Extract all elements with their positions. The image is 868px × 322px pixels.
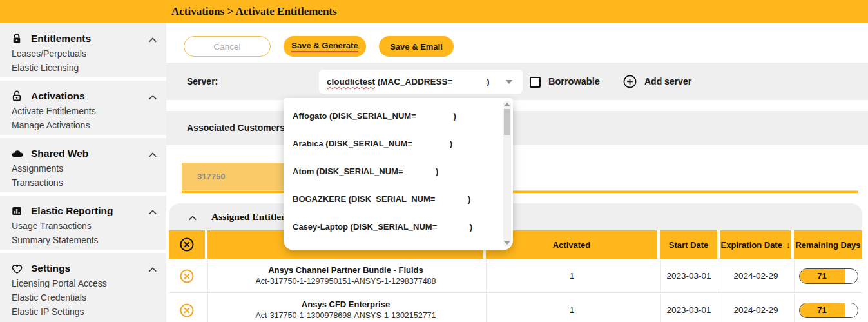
sidebar-section-title: Entitlements	[31, 33, 148, 45]
bar-chart-icon	[10, 205, 23, 217]
start-date-header-cell[interactable]: Start Date	[660, 230, 717, 259]
server-option-bogazkere[interactable]: BOGAZKERE (DISK_SERIAL_NUM= )	[284, 185, 513, 213]
chevron-up-icon	[148, 150, 157, 157]
sidebar-item-transactions[interactable]: Transactions	[10, 176, 157, 190]
sidebar-section-title: Activations	[31, 90, 148, 102]
activation-code: Act-317750-1-1300978698-ANSYS-1-13021527…	[255, 310, 436, 321]
sidebar-section-elastic-reporting: Elastic Reporting Usage Transactions Sum…	[0, 196, 166, 250]
expiration-date-header-cell[interactable]: Expiration Date ↓	[720, 230, 791, 259]
server-label: Server:	[187, 63, 218, 100]
deactivate-row-cell[interactable]	[169, 294, 205, 322]
save-generate-button[interactable]: Save & Generate	[284, 36, 366, 57]
expiration-date-cell: 2024-02-29	[720, 294, 791, 322]
sidebar-section-activations: Activations Activate Entitlements Manage…	[0, 81, 166, 135]
server-option-affogato[interactable]: Affogato (DISK_SERIAL_NUM= )	[284, 102, 513, 130]
licensing-portal-screen: Activations > Activate Entitlements Enti…	[0, 0, 868, 322]
circle-x-icon	[179, 237, 195, 252]
remaining-days-fill: 71	[800, 269, 845, 283]
table-header-row: Activated Start Date Expiration Date ↓ R…	[169, 230, 862, 259]
save-generate-button-label: Save & Generate	[291, 41, 358, 52]
breadcrumb[interactable]: Activations > Activate Entitlements	[171, 0, 337, 23]
entitlement-name: Ansys CFD Enterprise	[302, 299, 390, 310]
borrowable-label: Borrowable	[548, 63, 600, 100]
borrowable-checkbox[interactable]	[530, 77, 541, 88]
scroll-up-icon[interactable]	[504, 103, 510, 106]
remaining-days-fill: 71	[800, 303, 845, 317]
sort-descending-icon: ↓	[786, 240, 791, 250]
scrollbar-thumb[interactable]	[504, 109, 510, 135]
sidebar-header-settings[interactable]: Settings	[10, 261, 157, 276]
chevron-down-icon	[506, 80, 512, 84]
chevron-up-icon	[148, 207, 157, 215]
sidebar-item-assignments[interactable]: Assignments	[10, 161, 157, 176]
sidebar-item-elastic-ip-settings[interactable]: Elastic IP Settings	[10, 305, 157, 319]
sidebar-section-title: Elastic Reporting	[31, 205, 148, 217]
lock-closed-icon	[10, 32, 23, 45]
remaining-days-cell: 71	[794, 294, 862, 322]
activated-cell: 1	[486, 294, 657, 322]
remaining-days-cell: 71	[794, 259, 862, 292]
sidebar-header-activations[interactable]: Activations	[10, 88, 157, 104]
sidebar-item-summary-statements[interactable]: Summary Statements	[10, 233, 157, 247]
heart-icon	[10, 262, 23, 275]
chevron-up-icon	[148, 35, 157, 43]
server-option-arabica[interactable]: Arabica (DISK_SERIAL_NUM= )	[284, 130, 513, 157]
start-date-cell: 2023-03-01	[660, 294, 717, 322]
sidebar-section-entitlements: Entitlements Leases/Perpetuals Elastic L…	[0, 23, 166, 77]
sidebar-item-elastic-licensing[interactable]: Elastic Licensing	[10, 61, 157, 75]
circle-x-icon	[179, 268, 195, 284]
cancel-button-label: Cancel	[213, 42, 240, 52]
chevron-up-icon	[188, 213, 197, 221]
remaining-days-value: 71	[817, 271, 826, 281]
server-select-value: cloudlictest (MAC_ADDRESS= )	[319, 77, 489, 86]
remaining-days-pill: 71	[799, 268, 858, 284]
scroll-down-icon[interactable]	[504, 241, 510, 245]
deactivate-all-header-cell[interactable]	[169, 230, 205, 259]
server-select[interactable]: cloudlictest (MAC_ADDRESS= )	[319, 70, 523, 94]
add-server-label: Add server	[644, 76, 691, 86]
save-email-button-label: Save & Email	[390, 42, 443, 52]
sidebar-header-entitlements[interactable]: Entitlements	[10, 31, 157, 46]
entitlement-cell: Ansys CFD Enterprise Act-317750-1-130097…	[207, 294, 483, 322]
sidebar-item-activate-entitlements[interactable]: Activate Entitlements	[10, 104, 157, 118]
table-row: Ansys Channel Partner Bundle - Fluids Ac…	[169, 259, 862, 293]
assigned-entitlements-header[interactable]: Assigned Entitlements	[169, 203, 862, 230]
sidebar-header-shared-web[interactable]: Shared Web	[10, 146, 157, 161]
assigned-entitlements-panel: Assigned Entitlements Activated Start Da…	[169, 203, 862, 322]
remaining-days-value: 71	[817, 305, 826, 315]
table-row: Ansys CFD Enterprise Act-317750-1-130097…	[169, 294, 862, 322]
sidebar-header-elastic-reporting[interactable]: Elastic Reporting	[10, 203, 157, 219]
sidebar-section-title: Settings	[31, 263, 148, 274]
sidebar-section-shared-web: Shared Web Assignments Transactions	[0, 138, 166, 192]
server-option-atom[interactable]: Atom (DISK_SERIAL_NUM= )	[284, 157, 513, 185]
sidebar-section-settings: Settings Licensing Portal Access Elastic…	[0, 253, 166, 322]
activation-code: Act-317750-1-1297950151-ANSYS-1-12983774…	[255, 276, 436, 287]
sidebar-item-elastic-credentials[interactable]: Elastic Credentials	[10, 290, 157, 305]
sidebar-item-leases-perpetuals[interactable]: Leases/Perpetuals	[10, 46, 157, 61]
save-email-button[interactable]: Save & Email	[379, 36, 454, 57]
server-dropdown-menu: Affogato (DISK_SERIAL_NUM= ) Arabica (DI…	[284, 98, 513, 250]
entitlement-cell: Ansys Channel Partner Bundle - Fluids Ac…	[207, 259, 483, 292]
plus-circle-icon	[622, 74, 637, 89]
sidebar: Entitlements Leases/Perpetuals Elastic L…	[0, 23, 166, 322]
server-option-casey-laptop[interactable]: Casey-Laptop (DISK_SERIAL_NUM= )	[284, 213, 513, 241]
cancel-button[interactable]: Cancel	[184, 36, 271, 57]
top-bar: Activations > Activate Entitlements	[0, 0, 868, 23]
remaining-days-header-cell[interactable]: Remaining Days	[794, 230, 862, 259]
sidebar-section-title: Shared Web	[31, 148, 148, 159]
add-server-button[interactable]: Add server	[622, 63, 691, 100]
chevron-up-icon	[148, 265, 157, 272]
deactivate-row-cell[interactable]	[169, 259, 205, 292]
circle-x-icon	[179, 303, 195, 318]
expiration-date-cell: 2024-02-29	[720, 259, 791, 292]
sidebar-item-manage-activations[interactable]: Manage Activations	[10, 118, 157, 132]
dropdown-scrollbar[interactable]	[503, 101, 511, 247]
sidebar-item-usage-transactions[interactable]: Usage Transactions	[10, 219, 157, 233]
chevron-up-icon	[148, 92, 157, 100]
activated-cell: 1	[486, 259, 657, 292]
sidebar-item-licensing-portal-access[interactable]: Licensing Portal Access	[10, 276, 157, 290]
lock-open-icon	[10, 90, 23, 103]
entitlement-name: Ansys Channel Partner Bundle - Fluids	[268, 265, 423, 276]
remaining-days-pill: 71	[799, 303, 858, 318]
start-date-cell: 2023-03-01	[660, 259, 717, 292]
